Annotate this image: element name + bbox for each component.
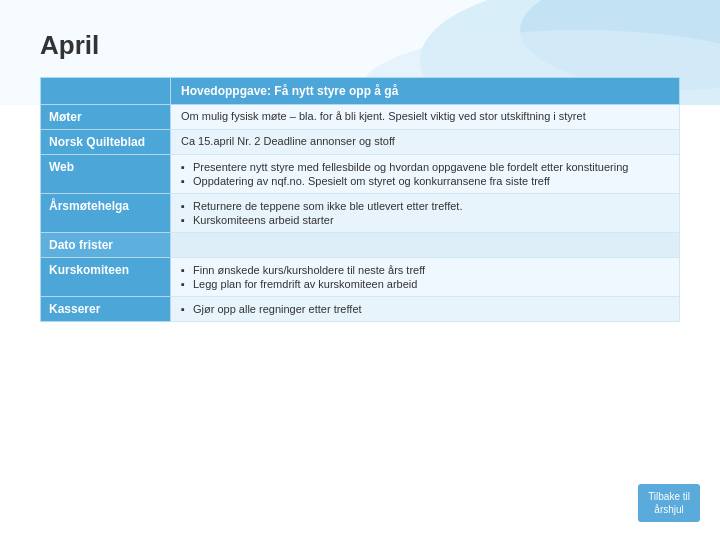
table-row: Årsmøtehelga Returnere de teppene som ik… <box>41 194 680 233</box>
row-label-quilteblad: Norsk Quilteblad <box>41 130 171 155</box>
row-content-quilteblad: Ca 15.april Nr. 2 Deadline annonser og s… <box>171 130 680 155</box>
row-label-kasserer: Kasserer <box>41 297 171 322</box>
table-row: Kurskomiteen Finn ønskede kurs/kursholde… <box>41 258 680 297</box>
list-item: Returnere de teppene som ikke ble utleve… <box>181 199 669 213</box>
header-col2: Hovedoppgave: Få nytt styre opp å gå <box>171 78 680 105</box>
row-content-dato <box>171 233 680 258</box>
list-item: Kurskomiteens arbeid starter <box>181 213 669 227</box>
row-label-web: Web <box>41 155 171 194</box>
list-item: Presentere nytt styre med fellesbilde og… <box>181 160 669 174</box>
table-row: Web Presentere nytt styre med fellesbild… <box>41 155 680 194</box>
header-row: Hovedoppgave: Få nytt styre opp å gå <box>41 78 680 105</box>
row-label-dato: Dato frister <box>41 233 171 258</box>
main-table: Hovedoppgave: Få nytt styre opp å gå Møt… <box>40 77 680 322</box>
row-label-moter: Møter <box>41 105 171 130</box>
row-content-web: Presentere nytt styre med fellesbilde og… <box>171 155 680 194</box>
page-title: April <box>40 30 680 61</box>
table-row: Norsk Quilteblad Ca 15.april Nr. 2 Deadl… <box>41 130 680 155</box>
row-label-arsmoetehelga: Årsmøtehelga <box>41 194 171 233</box>
table-row: Dato frister <box>41 233 680 258</box>
row-content-kasserer: Gjør opp alle regninger etter treffet <box>171 297 680 322</box>
table-row: Kasserer Gjør opp alle regninger etter t… <box>41 297 680 322</box>
row-content-moter: Om mulig fysisk møte – bla. for å bli kj… <box>171 105 680 130</box>
list-item: Legg plan for fremdrift av kurskomiteen … <box>181 277 669 291</box>
list-item: Gjør opp alle regninger etter treffet <box>181 302 669 316</box>
back-to-arshjul-button[interactable]: Tilbake til årshjul <box>638 484 700 522</box>
list-item: Oppdatering av nqf.no. Spesielt om styre… <box>181 174 669 188</box>
header-col1 <box>41 78 171 105</box>
list-item: Finn ønskede kurs/kursholdere til neste … <box>181 263 669 277</box>
table-row: Møter Om mulig fysisk møte – bla. for å … <box>41 105 680 130</box>
row-label-kurskomiteen: Kurskomiteen <box>41 258 171 297</box>
row-content-kurskomiteen: Finn ønskede kurs/kursholdere til neste … <box>171 258 680 297</box>
row-content-arsmoetehelga: Returnere de teppene som ikke ble utleve… <box>171 194 680 233</box>
